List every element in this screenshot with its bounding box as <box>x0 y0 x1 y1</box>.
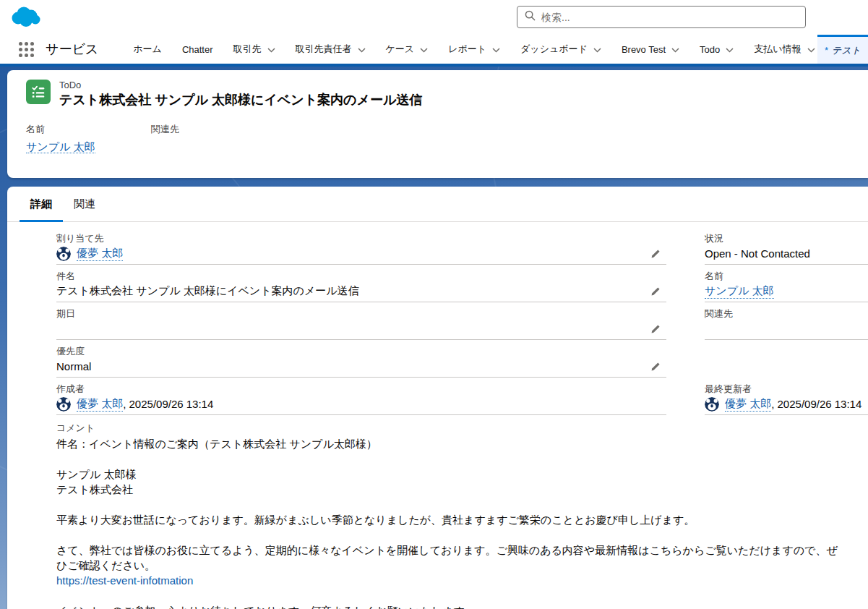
global-header <box>0 0 868 35</box>
comment-line: 平素より大変お世話になっております。新緑がまぶしい季節となりましたが、貴社ますま… <box>56 512 841 527</box>
content-background: ToDo テスト株式会社 サンプル 太郎様にイベント案内のメール送信 名前 サン… <box>0 67 868 609</box>
comment-line <box>56 527 841 542</box>
global-search[interactable] <box>517 6 806 28</box>
app-launcher-icon[interactable] <box>19 42 34 57</box>
user-avatar <box>705 397 719 412</box>
field-subject: 件名 テスト株式会社 サンプル 太郎様にイベント案内のメール送信 <box>56 270 666 302</box>
field-status: 状況 Open - Not Contacted <box>705 232 868 265</box>
header-field-name: 名前 サンプル 太郎 <box>26 123 144 155</box>
detail-tabbar: 詳細 関連 <box>7 187 868 222</box>
unsaved-asterisk: * <box>825 45 828 56</box>
field-comment: コメント 件名：イベント情報のご案内（テスト株式会社 サンプル太郎様） サンプル… <box>56 422 666 609</box>
chevron-down-icon[interactable] <box>492 44 500 55</box>
comment-line: テスト株式会社 <box>56 482 841 497</box>
edit-pencil-icon[interactable] <box>650 286 661 297</box>
field-value <box>151 140 179 155</box>
field-created-by: 作成者 優夢 太郎 , 2025/09/26 13:14 <box>56 383 666 415</box>
record-detail-card: 詳細 関連 割り当て先 優夢 太郎 <box>7 187 868 609</box>
header-field-related-to: 関連先 <box>151 123 179 155</box>
nav-temp-tab-active[interactable]: * テスト <box>817 35 868 64</box>
field-label: 名前 <box>26 123 144 136</box>
tab-related[interactable]: 関連 <box>63 187 106 221</box>
comment-line <box>56 497 841 512</box>
record-header-card: ToDo テスト株式会社 サンプル 太郎様にイベント案内のメール送信 名前 サン… <box>7 70 868 178</box>
comment-line: さて、弊社では皆様のお役に立てるよう、定期的に様々なイベントを開催しております。… <box>56 542 841 573</box>
field-label: 関連先 <box>151 123 179 136</box>
nav-item-payment-info[interactable]: 支払い情報 <box>744 35 825 64</box>
edit-pencil-icon[interactable] <box>650 324 661 334</box>
chevron-down-icon[interactable] <box>726 44 734 55</box>
field-priority: 優先度 Normal <box>56 345 666 378</box>
page-title: テスト株式会社 サンプル 太郎様にイベント案内のメール送信 <box>59 91 422 108</box>
nav-item-dashboards[interactable]: ダッシュボード <box>510 35 611 64</box>
temp-tab-label: テスト <box>832 44 861 57</box>
edit-pencil-icon[interactable] <box>650 249 661 259</box>
comment-line <box>56 588 841 603</box>
nav-bar: サービス ホーム Chatter 取引先 取引先責任者 ケース レポート ダッシ… <box>0 35 868 67</box>
comment-line: サンプル 太郎様 <box>56 467 841 482</box>
assigned-to-link[interactable]: 優夢 太郎 <box>77 247 123 261</box>
created-timestamp: , 2025/09/26 13:14 <box>123 398 213 410</box>
chevron-down-icon[interactable] <box>358 44 366 55</box>
comment-line: 件名：イベント情報のご案内（テスト株式会社 サンプル太郎様） <box>56 436 841 451</box>
chevron-down-icon[interactable] <box>671 44 679 55</box>
chevron-down-icon[interactable] <box>807 44 815 55</box>
detail-column-right: 状況 Open - Not Contacted 名前 サンプル 太郎 関連先 最… <box>705 232 868 420</box>
modified-timestamp: , 2025/09/26 13:14 <box>771 398 861 410</box>
field-due-date: 期日 <box>56 307 666 340</box>
subject-value: テスト株式会社 サンプル 太郎様にイベント案内のメール送信 <box>56 284 359 298</box>
event-info-link[interactable]: https://test-event-infotmation <box>56 574 193 587</box>
field-assigned-to: 割り当て先 優夢 太郎 <box>56 232 666 265</box>
chevron-down-icon[interactable] <box>420 44 428 55</box>
nav-item-todo[interactable]: Todo <box>689 35 744 64</box>
tab-details[interactable]: 詳細 <box>20 187 63 221</box>
status-value: Open - Not Contacted <box>705 247 810 260</box>
chevron-down-icon[interactable] <box>593 44 601 55</box>
search-icon <box>525 10 536 24</box>
user-avatar <box>56 397 71 412</box>
nav-item-cases[interactable]: ケース <box>376 35 439 64</box>
nav-item-brevo-test[interactable]: Brevo Test <box>611 35 689 64</box>
nav-item-chatter[interactable]: Chatter <box>172 35 223 64</box>
nav-items: ホーム Chatter 取引先 取引先責任者 ケース レポート ダッシュボード … <box>123 35 825 64</box>
object-label: ToDo <box>59 80 422 90</box>
user-avatar <box>56 247 71 261</box>
column-spacer <box>705 345 868 383</box>
priority-value: Normal <box>56 360 91 372</box>
field-last-modified-by: 最終更新者 優夢 太郎 , 2025/09/26 13:14 <box>705 383 868 415</box>
comment-line: イベントへのご参加、心よりお待ちしております。何卒よろしくお願いいたします。 <box>56 603 841 609</box>
nav-item-reports[interactable]: レポート <box>438 35 510 64</box>
field-name: 名前 サンプル 太郎 <box>705 270 868 302</box>
contact-link[interactable]: サンプル 太郎 <box>26 140 95 153</box>
nav-item-home[interactable]: ホーム <box>123 35 172 64</box>
detail-fields: 割り当て先 優夢 太郎 件名 <box>7 222 868 609</box>
chevron-down-icon[interactable] <box>267 44 275 55</box>
last-modified-by-link[interactable]: 優夢 太郎 <box>725 397 771 412</box>
contact-link[interactable]: サンプル 太郎 <box>705 284 774 299</box>
todo-object-icon <box>26 80 51 104</box>
edit-pencil-icon[interactable] <box>650 362 661 372</box>
nav-item-accounts[interactable]: 取引先 <box>223 35 285 64</box>
nav-item-contacts[interactable]: 取引先責任者 <box>285 35 376 64</box>
search-input[interactable] <box>541 12 798 23</box>
app-name[interactable]: サービス <box>46 41 98 58</box>
field-related-to: 関連先 <box>705 307 868 340</box>
comment-line <box>56 451 841 467</box>
detail-column-left: 割り当て先 優夢 太郎 件名 <box>56 232 666 609</box>
salesforce-logo-icon <box>9 4 42 32</box>
created-by-link[interactable]: 優夢 太郎 <box>77 397 123 412</box>
